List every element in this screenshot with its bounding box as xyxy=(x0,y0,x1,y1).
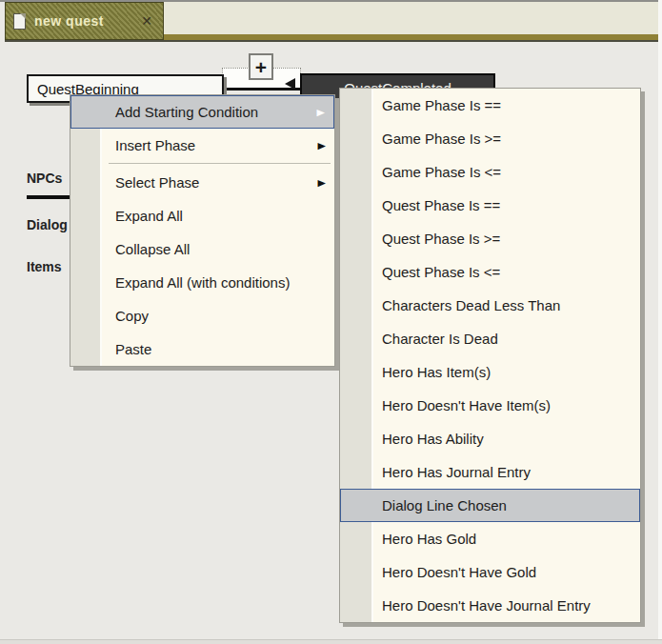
sidebar-item-items[interactable]: Items xyxy=(27,259,62,274)
tab-title: new quest xyxy=(34,13,104,29)
menu-item-label: Add Starting Condition xyxy=(115,104,258,120)
menu-item-label: Insert Phase xyxy=(115,137,195,153)
tab-new-quest[interactable]: new quest ✕ xyxy=(5,2,164,40)
submenu-item-hero-doesnt-have-gold[interactable]: Hero Doesn't Have Gold xyxy=(340,555,640,589)
menu-item-collapse-all[interactable]: Collapse All xyxy=(70,232,334,266)
submenu-item-label: Quest Phase Is == xyxy=(382,197,500,213)
submenu-item-label: Dialog Line Chosen xyxy=(382,497,507,513)
submenu-item-label: Characters Dead Less Than xyxy=(382,297,560,313)
submenu-item-hero-has-ability[interactable]: Hero Has Ability xyxy=(340,422,640,455)
add-phase-button[interactable]: + xyxy=(249,53,273,80)
submenu-item-label: Hero Has Journal Entry xyxy=(382,464,531,480)
submenu-item-game-phase-gte[interactable]: Game Phase Is >= xyxy=(340,122,640,155)
sidebar-item-npcs[interactable]: NPCs xyxy=(27,171,62,186)
submenu-item-label: Hero Has Ability xyxy=(382,431,484,447)
submenu-item-dialog-line-chosen[interactable]: Dialog Line Chosen xyxy=(340,489,640,522)
submenu-item-quest-phase-lte[interactable]: Quest Phase Is <= xyxy=(340,255,640,289)
submenu-item-characters-dead-less-than[interactable]: Characters Dead Less Than xyxy=(340,289,640,322)
menu-item-label: Paste xyxy=(115,341,151,357)
submenu-item-label: Game Phase Is == xyxy=(382,97,501,113)
menu-item-add-starting-condition[interactable]: Add Starting Condition ▶ xyxy=(70,95,334,129)
starting-condition-submenu: Game Phase Is == Game Phase Is >= Game P… xyxy=(339,88,641,623)
menu-item-label: Expand All xyxy=(115,208,183,224)
submenu-item-label: Character Is Dead xyxy=(382,331,498,347)
context-menu: Add Starting Condition ▶ Insert Phase ▶ … xyxy=(70,94,335,367)
document-icon xyxy=(13,13,26,30)
menu-item-copy[interactable]: Copy xyxy=(70,299,334,332)
submenu-item-hero-has-gold[interactable]: Hero Has Gold xyxy=(340,522,640,555)
sidebar-item-dialog[interactable]: Dialog xyxy=(27,217,68,232)
submenu-arrow-icon: ▶ xyxy=(318,178,326,187)
submenu-item-label: Game Phase Is <= xyxy=(382,164,501,180)
quest-editor-window: new quest ✕ NPCs Dialog Items QuestBegin… xyxy=(0,0,662,644)
menu-item-label: Expand All (with conditions) xyxy=(115,274,290,291)
submenu-item-label: Quest Phase Is >= xyxy=(382,231,500,247)
submenu-item-label: Hero Doesn't Have Gold xyxy=(382,564,536,580)
menu-item-expand-all[interactable]: Expand All xyxy=(70,199,334,232)
submenu-arrow-icon: ▶ xyxy=(318,141,326,150)
menu-item-label: Copy xyxy=(115,308,149,324)
tab-strip xyxy=(164,2,658,40)
submenu-item-label: Game Phase Is >= xyxy=(382,131,501,147)
plus-icon: + xyxy=(255,57,267,77)
menu-item-select-phase[interactable]: Select Phase ▶ xyxy=(70,166,334,199)
menu-item-paste[interactable]: Paste xyxy=(70,332,334,366)
window-right-edge xyxy=(658,0,662,644)
menu-item-expand-all-with-conditions[interactable]: Expand All (with conditions) xyxy=(70,266,334,299)
menu-item-insert-phase[interactable]: Insert Phase ▶ xyxy=(70,129,334,162)
window-bottom-edge xyxy=(0,639,662,644)
close-icon[interactable]: ✕ xyxy=(138,12,155,30)
submenu-item-hero-doesnt-have-items[interactable]: Hero Doesn't Have Item(s) xyxy=(340,389,640,422)
tab-bar-underline xyxy=(5,40,658,42)
connector-arrow-icon xyxy=(285,78,295,90)
submenu-item-hero-has-items[interactable]: Hero Has Item(s) xyxy=(340,355,640,389)
submenu-item-label: Quest Phase Is <= xyxy=(382,264,500,280)
submenu-item-quest-phase-eq[interactable]: Quest Phase Is == xyxy=(340,189,640,222)
submenu-arrow-icon: ▶ xyxy=(317,108,325,116)
submenu-item-quest-phase-gte[interactable]: Quest Phase Is >= xyxy=(340,222,640,255)
submenu-item-label: Hero Doesn't Have Journal Entry xyxy=(382,597,591,614)
menu-item-label: Select Phase xyxy=(115,174,199,191)
submenu-item-label: Hero Has Gold xyxy=(382,531,476,547)
menu-item-label: Collapse All xyxy=(115,241,190,257)
submenu-item-label: Hero Has Item(s) xyxy=(382,364,491,380)
submenu-item-hero-has-journal-entry[interactable]: Hero Has Journal Entry xyxy=(340,455,640,489)
submenu-item-hero-doesnt-have-journal-entry[interactable]: Hero Doesn't Have Journal Entry xyxy=(340,589,640,622)
submenu-item-game-phase-lte[interactable]: Game Phase Is <= xyxy=(340,155,640,189)
submenu-item-game-phase-eq[interactable]: Game Phase Is == xyxy=(340,89,640,122)
submenu-item-label: Hero Doesn't Have Item(s) xyxy=(382,397,551,413)
submenu-item-character-is-dead[interactable]: Character Is Dead xyxy=(340,322,640,355)
